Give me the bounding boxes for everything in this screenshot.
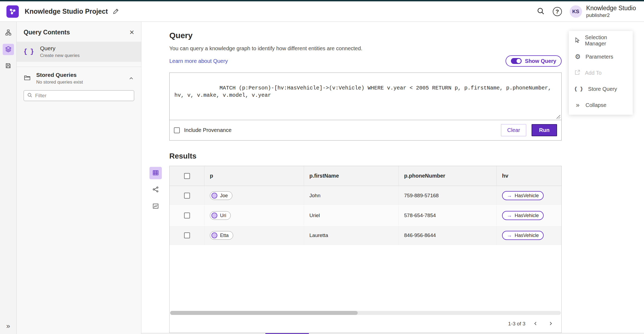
help-icon: ? — [553, 7, 562, 16]
arrow-right-icon: → — [507, 193, 512, 199]
chart-view-button[interactable] — [149, 200, 162, 213]
relationship-pill[interactable]: →HasVehicle — [502, 211, 544, 220]
collapse-item[interactable]: » Collapse — [569, 97, 633, 113]
column-header-firstname[interactable]: p.firstName — [304, 166, 399, 186]
row-checkbox[interactable] — [184, 232, 190, 238]
folder-icon — [24, 74, 31, 82]
cell-firstname: John — [304, 186, 399, 205]
chart-icon — [152, 203, 159, 210]
panel-title: Query Contents — [24, 29, 70, 36]
stored-queries-header[interactable]: Stored Queries No stored queries exist — [17, 67, 141, 88]
resize-grip[interactable] — [557, 115, 560, 119]
top-bar: Knowledge Studio Project ? KS Knowledge … — [0, 1, 644, 22]
rail-item-contents[interactable] — [3, 44, 14, 55]
query-text-input[interactable]: MATCH (p:Person)-[hv:HasVehicle]->(v:Veh… — [170, 73, 561, 120]
select-all-checkbox[interactable] — [184, 173, 190, 179]
pagination: 1-3 of 3 — [170, 315, 561, 333]
results-view-toolbar — [149, 167, 162, 213]
tool-label: Store Query — [588, 86, 617, 92]
user-name: publisher2 — [586, 12, 636, 19]
parameters-item[interactable]: ⚙ Parameters — [569, 49, 633, 65]
store-query-item[interactable]: { } Store Query — [569, 81, 633, 97]
horizontal-scrollbar[interactable] — [170, 311, 561, 315]
project-title: Knowledge Studio Project — [25, 8, 108, 15]
entity-pill[interactable]: Uri — [210, 211, 231, 220]
table-row[interactable]: Etta Lauretta 846-956-8644 →HasVehicle — [170, 226, 561, 246]
rail-item-save[interactable] — [3, 60, 14, 72]
app-name: Knowledge Studio — [586, 4, 636, 12]
column-header-p[interactable]: p — [204, 166, 304, 186]
run-button[interactable]: Run — [532, 124, 557, 136]
node-icon — [211, 193, 217, 199]
column-header-hv[interactable]: hv — [497, 166, 561, 186]
row-checkbox[interactable] — [184, 213, 190, 218]
results-table: p p.firstName p.phoneNumber hv Joe John — [169, 166, 562, 333]
double-chevron-right-icon: » — [6, 322, 10, 330]
node-icon — [211, 232, 217, 238]
arrow-right-icon: → — [507, 232, 512, 238]
query-text: MATCH (p:Person)-[hv:HasVehicle]->(v:Veh… — [174, 85, 554, 98]
relationship-label: HasVehicle — [515, 213, 539, 218]
pencil-icon — [113, 8, 120, 15]
next-page-button[interactable] — [546, 319, 555, 329]
chevron-up-icon[interactable] — [128, 76, 134, 81]
page-title: Query — [169, 31, 562, 40]
hierarchy-icon — [5, 29, 12, 37]
query-item-description: Create new queries — [40, 53, 79, 58]
relationship-pill[interactable]: →HasVehicle — [502, 191, 544, 200]
graph-icon — [152, 186, 159, 194]
left-icon-rail: » — [0, 22, 17, 334]
toggle-switch-icon — [511, 58, 522, 64]
panel-close-button[interactable]: × — [129, 28, 134, 36]
user-block[interactable]: Knowledge Studio publisher2 — [586, 4, 636, 19]
entity-label: Etta — [220, 233, 229, 238]
cell-firstname: Uriel — [304, 206, 399, 225]
table-row[interactable]: Uri Uriel 578-654-7854 →HasVehicle — [170, 206, 561, 226]
tool-label: Collapse — [586, 102, 606, 108]
pagination-range: 1-3 of 3 — [508, 321, 525, 327]
rail-item-data-model[interactable] — [3, 27, 14, 38]
table-body: Joe John 759-889-57168 →HasVehicle Uri U… — [170, 186, 561, 246]
row-checkbox[interactable] — [184, 193, 190, 199]
graph-view-button[interactable] — [149, 184, 162, 196]
page-description: You can query a knowledge graph to ident… — [169, 45, 562, 52]
entity-label: Joe — [220, 193, 228, 199]
relationship-pill[interactable]: →HasVehicle — [502, 231, 544, 240]
query-item-label: Query — [40, 45, 79, 52]
node-icon — [211, 213, 217, 218]
app-window: Knowledge Studio Project ? KS Knowledge … — [0, 0, 644, 334]
include-provenance-checkbox[interactable] — [174, 127, 180, 133]
tool-label: Add To — [585, 70, 602, 76]
clear-button[interactable]: Clear — [501, 124, 526, 136]
view-tab-bar: Knowledge Graph × Dashboard × { } Query … — [141, 333, 644, 334]
include-provenance-label: Include Provenance — [184, 127, 232, 133]
search-icon — [27, 92, 32, 99]
table-view-button[interactable] — [149, 167, 162, 179]
learn-more-link[interactable]: Learn more about Query — [169, 58, 228, 64]
query-editor: MATCH (p:Person)-[hv:HasVehicle]->(v:Veh… — [169, 73, 562, 141]
entity-pill[interactable]: Joe — [210, 191, 232, 200]
show-query-label: Show Query — [525, 58, 556, 64]
layers-icon — [5, 46, 12, 53]
previous-page-button[interactable] — [531, 319, 540, 329]
avatar[interactable]: KS — [570, 5, 582, 18]
cell-phonenumber: 578-654-7854 — [399, 206, 497, 225]
show-query-toggle[interactable]: Show Query — [506, 55, 562, 67]
app-logo-icon — [6, 5, 19, 18]
help-button[interactable]: ? — [551, 5, 564, 18]
scrollbar-thumb[interactable] — [170, 311, 358, 315]
column-header-phonenumber[interactable]: p.phoneNumber — [399, 166, 497, 186]
selection-manager-item[interactable]: Selection Manager — [569, 33, 633, 49]
search-button[interactable] — [534, 5, 547, 18]
entity-pill[interactable]: Etta — [210, 231, 233, 240]
selection-cursor-icon — [574, 37, 581, 45]
rail-expand-button[interactable]: » — [0, 322, 16, 330]
table-icon — [152, 169, 159, 177]
stored-queries-label: Stored Queries — [36, 72, 123, 78]
table-row[interactable]: Joe John 759-889-57168 →HasVehicle — [170, 186, 561, 206]
stored-queries-description: No stored queries exist — [36, 80, 123, 85]
edit-title-button[interactable] — [113, 8, 120, 15]
cell-phonenumber: 846-956-8644 — [399, 226, 497, 245]
sidebar-item-query[interactable]: { } Query Create new queries — [17, 42, 141, 62]
filter-input[interactable] — [35, 93, 131, 99]
